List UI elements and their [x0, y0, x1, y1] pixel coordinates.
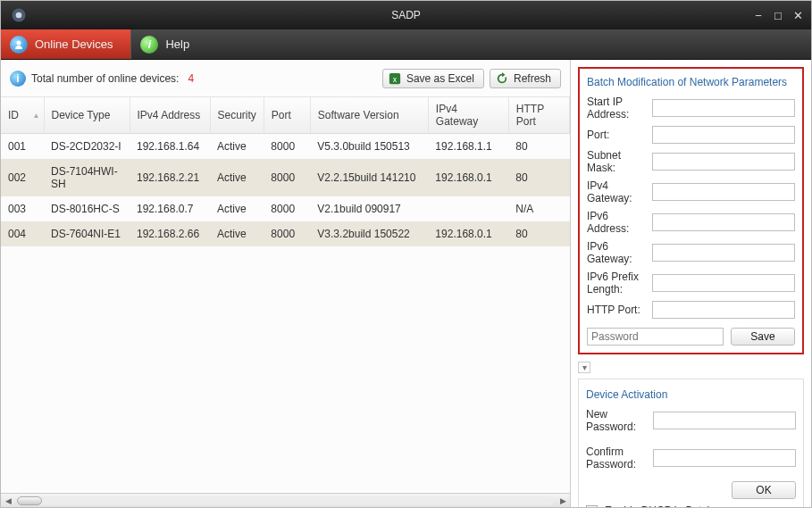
info-icon: i — [10, 71, 26, 87]
table-row[interactable]: 004DS-7604NI-E1192.168.2.66Active8000V3.… — [1, 221, 570, 246]
ipv6-prefix-input[interactable] — [652, 274, 795, 292]
confirm-password-input[interactable] — [653, 449, 796, 467]
tab-online-devices-label: Online Devices — [35, 37, 113, 51]
port-input[interactable] — [652, 126, 795, 144]
ipv4-gateway-input[interactable] — [652, 183, 795, 201]
enable-dhcp-checkbox[interactable] — [586, 505, 598, 508]
app-logo-icon — [8, 4, 29, 26]
col-http-port[interactable]: HTTP Port — [508, 97, 569, 134]
http-port-input[interactable] — [652, 301, 795, 319]
cell-port: 8000 — [264, 221, 310, 246]
menu-bar: Online Devices i Help — [1, 29, 811, 60]
scroll-left-button[interactable]: ◀ — [1, 494, 15, 507]
scroll-right-button[interactable]: ▶ — [556, 494, 570, 507]
cell-ipv4-gateway: 192.168.0.1 — [428, 159, 508, 196]
ok-button[interactable]: OK — [732, 481, 796, 499]
cell-security: Active — [210, 221, 264, 246]
excel-icon: x — [389, 72, 401, 85]
ipv6-address-label: IPv6 Address: — [587, 210, 647, 235]
col-id[interactable]: ID▲ — [1, 97, 44, 134]
svg-point-1 — [16, 12, 22, 19]
save-as-excel-label: Save as Excel — [406, 72, 474, 85]
refresh-label: Refresh — [514, 72, 551, 85]
cell-device-type: DS-2CD2032-I — [44, 134, 130, 160]
confirm-password-label: Confirm Password: — [586, 446, 648, 471]
batch-password-input[interactable] — [587, 328, 724, 346]
ipv4-gateway-label: IPv4 Gateway: — [587, 179, 647, 204]
ipv6-prefix-label: IPv6 Prefix Length: — [587, 271, 647, 296]
cell-software-version: V2.2.15build 141210 — [310, 159, 428, 196]
ipv6-address-input[interactable] — [652, 213, 795, 231]
save-as-excel-button[interactable]: x Save as Excel — [382, 69, 484, 88]
cell-id: 002 — [1, 159, 44, 196]
http-port-label: HTTP Port: — [587, 304, 647, 316]
tab-online-devices[interactable]: Online Devices — [1, 29, 130, 59]
device-table: ID▲ Device Type IPv4 Address Security Po… — [1, 97, 570, 246]
cell-ipv4-gateway: 192.168.0.1 — [428, 221, 508, 246]
device-table-wrap: ID▲ Device Type IPv4 Address Security Po… — [1, 97, 570, 493]
cell-http-port: 80 — [508, 159, 569, 196]
total-devices-count: 4 — [188, 72, 194, 85]
batch-save-button[interactable]: Save — [731, 328, 795, 346]
cell-security: Active — [210, 134, 264, 160]
cell-software-version: V5.3.0build 150513 — [310, 134, 428, 160]
col-software-version[interactable]: Software Version — [310, 97, 428, 134]
subnet-mask-label: Subnet Mask: — [587, 149, 647, 174]
svg-point-2 — [17, 40, 21, 45]
toolbar: i Total number of online devices: 4 x Sa… — [1, 60, 570, 97]
port-label: Port: — [587, 129, 647, 141]
close-button[interactable]: ✕ — [791, 9, 804, 21]
activation-title: Device Activation — [586, 388, 796, 401]
cell-id: 001 — [1, 134, 44, 160]
cell-port: 8000 — [264, 159, 310, 196]
cell-port: 8000 — [264, 134, 310, 160]
cell-software-version: V2.1build 090917 — [310, 196, 428, 221]
start-ip-input[interactable] — [652, 99, 795, 117]
tab-help[interactable]: i Help — [130, 29, 207, 59]
new-password-input[interactable] — [653, 412, 796, 429]
col-ipv4-gateway[interactable]: IPv4 Gateway — [428, 97, 508, 134]
batch-panel-title: Batch Modification of Network Parameters — [587, 76, 795, 88]
subnet-mask-input[interactable] — [652, 153, 795, 171]
cell-device-type: DS-7604NI-E1 — [44, 221, 130, 246]
col-device-type[interactable]: Device Type — [44, 97, 130, 134]
refresh-icon — [496, 72, 508, 85]
ipv6-gateway-label: IPv6 Gateway: — [587, 240, 647, 265]
cell-ipv4-gateway: 192.168.1.1 — [428, 134, 508, 160]
cell-software-version: V3.3.2build 150522 — [310, 221, 428, 246]
scroll-track[interactable] — [17, 496, 554, 505]
scroll-thumb[interactable] — [17, 496, 42, 505]
table-row[interactable]: 001DS-2CD2032-I192.168.1.64Active8000V5.… — [1, 134, 570, 160]
ipv6-gateway-input[interactable] — [652, 244, 795, 262]
table-row[interactable]: 002DS-7104HWI-SH192.168.2.21Active8000V2… — [1, 159, 570, 196]
cell-http-port: 80 — [508, 221, 569, 246]
col-ipv4-address[interactable]: IPv4 Address — [130, 97, 210, 134]
total-devices-label: Total number of online devices: — [31, 72, 179, 85]
right-pane: Batch Modification of Network Parameters… — [571, 60, 811, 507]
cell-security: Active — [210, 159, 264, 196]
svg-text:x: x — [393, 74, 398, 83]
cell-ipv4-address: 192.168.1.64 — [130, 134, 210, 160]
horizontal-scrollbar[interactable]: ◀ ▶ — [1, 493, 570, 507]
cell-id: 004 — [1, 221, 44, 246]
app-title: SADP — [1, 9, 811, 21]
cell-device-type: DS-8016HC-S — [44, 196, 130, 221]
refresh-button[interactable]: Refresh — [490, 69, 561, 88]
title-bar: SADP − □ ✕ — [1, 1, 811, 29]
col-port[interactable]: Port — [264, 97, 310, 134]
start-ip-label: Start IP Address: — [587, 96, 647, 121]
devices-icon — [10, 36, 28, 54]
minimize-button[interactable]: − — [752, 9, 765, 21]
cell-id: 003 — [1, 196, 44, 221]
col-security[interactable]: Security — [210, 97, 264, 134]
cell-port: 8000 — [264, 196, 310, 221]
help-icon: i — [140, 36, 158, 54]
table-row[interactable]: 003DS-8016HC-S192.168.0.7Active8000V2.1b… — [1, 196, 570, 221]
cell-ipv4-gateway — [428, 196, 508, 221]
cell-ipv4-address: 192.168.2.66 — [130, 221, 210, 246]
device-activation-panel: Device Activation New Password: Confirm … — [578, 379, 804, 507]
maximize-button[interactable]: □ — [772, 9, 784, 21]
left-pane: i Total number of online devices: 4 x Sa… — [1, 60, 571, 507]
chevron-down-icon[interactable]: ▾ — [578, 362, 590, 373]
cell-http-port: 80 — [508, 134, 569, 160]
